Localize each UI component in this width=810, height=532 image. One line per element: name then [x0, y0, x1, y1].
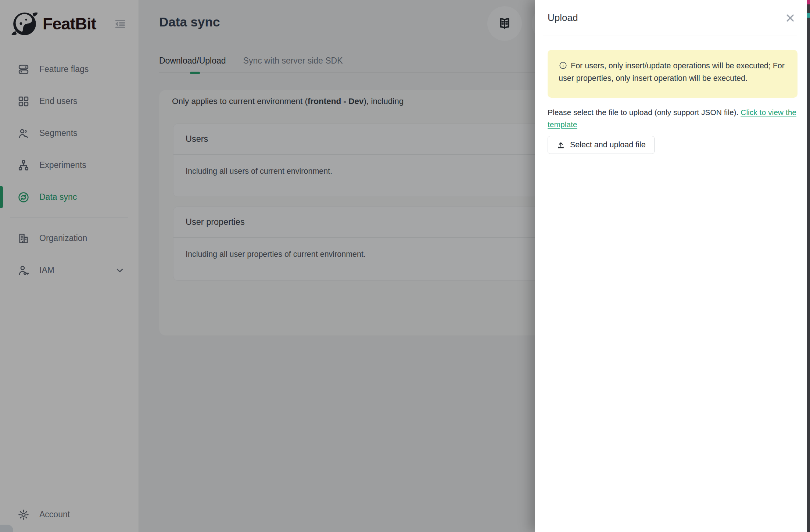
edge-accent-teal [807, 13, 810, 18]
upload-button-label: Select and upload file [570, 140, 646, 150]
info-alert-text: For users, only insert/update operations… [559, 61, 785, 83]
drawer-header-divider [543, 36, 797, 36]
screen-edge-strip [807, 0, 810, 532]
screen: FeatBit Feature flags [0, 0, 810, 532]
drawer-body: For users, only insert/update operations… [535, 50, 807, 154]
close-icon[interactable] [784, 12, 796, 24]
select-upload-file-button[interactable]: Select and upload file [548, 136, 655, 154]
info-icon [559, 61, 567, 70]
upload-icon [556, 141, 565, 150]
upload-instruction: Please select the file to upload (only s… [548, 106, 798, 130]
upload-drawer: Upload For users, only insert/update ope… [535, 0, 807, 532]
edge-accent-magenta [807, 0, 810, 4]
drawer-title: Upload [548, 12, 784, 24]
info-alert: For users, only insert/update operations… [548, 50, 798, 98]
drawer-header: Upload [535, 0, 807, 36]
